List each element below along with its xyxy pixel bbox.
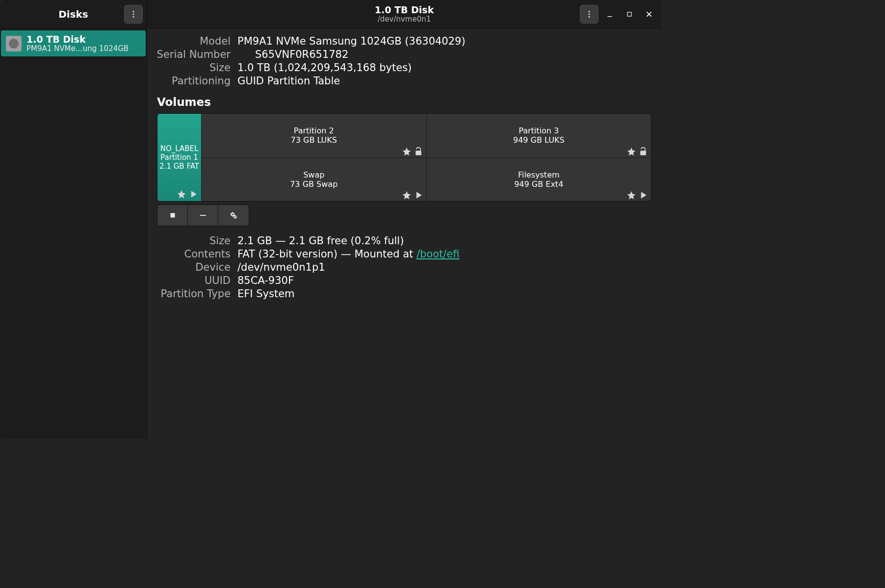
- mount-point-link[interactable]: /boot/efi: [416, 248, 460, 260]
- value-partition-type: EFI System: [237, 288, 651, 300]
- label-partition-type: Partition Type: [152, 288, 231, 300]
- window-maximize-button[interactable]: [621, 6, 638, 23]
- drive-menu-button[interactable]: [580, 5, 599, 24]
- partition-options-button[interactable]: [218, 205, 249, 226]
- unlock-icon: [414, 147, 423, 156]
- minimize-icon: [606, 10, 614, 18]
- star-icon: [402, 147, 412, 156]
- label-contents: Contents: [152, 248, 231, 260]
- volumes-diagram: NO_LABEL Partition 1 2.1 GB FAT Partitio…: [157, 113, 651, 202]
- partition-2[interactable]: Partition 2 73 GB LUKS: [202, 114, 426, 158]
- value-selected-size: 2.1 GB — 2.1 GB free (0.2% full): [237, 235, 651, 247]
- label-size: Size: [152, 62, 231, 74]
- partition-2-inner[interactable]: Swap 73 GB Swap: [202, 158, 426, 202]
- star-icon: [626, 147, 636, 156]
- partition-3-column: Partition 3 949 GB LUKS Filesystem 949 G…: [427, 114, 651, 201]
- more-vertical-icon: [585, 10, 594, 19]
- volumes-heading: Volumes: [147, 89, 661, 113]
- value-size: 1.0 TB (1,024,209,543,168 bytes): [237, 62, 651, 74]
- main-headerbar: 1.0 TB Disk /dev/nvme0n1: [147, 0, 661, 28]
- label-serial: Serial Number: [152, 49, 231, 60]
- partition-3[interactable]: Partition 3 949 GB LUKS: [427, 114, 651, 158]
- partition-1-desc: 2.1 GB FAT: [159, 162, 199, 171]
- unlock-icon: [638, 147, 648, 156]
- partition-1-label: NO_LABEL: [160, 144, 199, 153]
- partition-2-inner-desc: 73 GB Swap: [290, 179, 338, 189]
- main-content: Model PM9A1 NVMe Samsung 1024GB (3630402…: [147, 28, 661, 439]
- partition-3-name: Partition 3: [519, 126, 559, 135]
- play-icon: [188, 189, 198, 199]
- label-uuid: UUID: [152, 275, 231, 286]
- more-vertical-icon: [129, 10, 138, 19]
- window-minimize-button[interactable]: [601, 6, 618, 23]
- sidebar-item-subtitle: PM9A1 NVMe…ung 1024GB: [26, 45, 129, 53]
- partition-2-column: Partition 2 73 GB LUKS Swap 73 GB Swap: [202, 114, 427, 201]
- value-partitioning: GUID Partition Table: [237, 75, 651, 87]
- sidebar-headerbar: Disks: [0, 0, 147, 28]
- partition-2-name: Partition 2: [294, 126, 334, 135]
- gears-icon: [229, 211, 238, 220]
- volumes-toolbar: [157, 205, 249, 226]
- sidebar-item-title: 1.0 TB Disk: [26, 34, 129, 45]
- header-title: 1.0 TB Disk: [375, 5, 434, 15]
- value-uuid: 85CA-930F: [237, 275, 651, 286]
- window-close-button[interactable]: [641, 6, 657, 23]
- label-device: Device: [152, 261, 231, 273]
- star-icon: [626, 190, 636, 200]
- label-selected-size: Size: [152, 235, 231, 247]
- partition-3-inner-desc: 949 GB Ext4: [514, 179, 563, 189]
- maximize-icon: [626, 11, 633, 18]
- sidebar-item-disk[interactable]: 1.0 TB Disk PM9A1 NVMe…ung 1024GB: [1, 30, 146, 56]
- partition-2-desc: 73 GB LUKS: [291, 135, 337, 145]
- play-icon: [638, 190, 648, 200]
- unmount-button[interactable]: [157, 205, 188, 226]
- partition-details: Size 2.1 GB — 2.1 GB free (0.2% full) Co…: [147, 226, 661, 302]
- partition-3-desc: 949 GB LUKS: [513, 135, 565, 145]
- stop-icon: [168, 211, 177, 220]
- delete-partition-button[interactable]: [188, 205, 218, 226]
- contents-prefix: FAT (32-bit version) — Mounted at: [237, 248, 416, 260]
- partition-1[interactable]: NO_LABEL Partition 1 2.1 GB FAT: [157, 114, 202, 201]
- minus-icon: [199, 211, 208, 220]
- play-icon: [414, 190, 423, 200]
- value-device: /dev/nvme0n1p1: [237, 261, 651, 273]
- disk-icon: [6, 36, 22, 51]
- header-subtitle: /dev/nvme0n1: [378, 15, 431, 24]
- sidebar-menu-button[interactable]: [124, 5, 143, 24]
- partition-3-inner[interactable]: Filesystem 949 GB Ext4: [427, 158, 651, 202]
- sidebar: 1.0 TB Disk PM9A1 NVMe…ung 1024GB: [0, 28, 147, 439]
- label-partitioning: Partitioning: [152, 75, 231, 87]
- star-icon: [402, 190, 412, 200]
- partition-2-inner-name: Swap: [303, 170, 324, 179]
- app-window: Disks 1.0 TB Disk /dev/nvme0n1: [0, 0, 661, 439]
- partition-1-name: Partition 1: [160, 153, 198, 162]
- value-contents: FAT (32-bit version) — Mounted at /boot/…: [237, 248, 651, 260]
- drive-info: Model PM9A1 NVMe Samsung 1024GB (3630402…: [147, 31, 661, 89]
- partition-3-inner-name: Filesystem: [518, 170, 560, 179]
- close-icon: [645, 10, 653, 18]
- label-model: Model: [152, 35, 231, 47]
- value-model: PM9A1 NVMe Samsung 1024GB (36304029): [237, 35, 651, 47]
- star-icon: [177, 189, 186, 199]
- sidebar-title: Disks: [58, 8, 88, 20]
- value-serial: S65VNF0R651782: [237, 49, 651, 60]
